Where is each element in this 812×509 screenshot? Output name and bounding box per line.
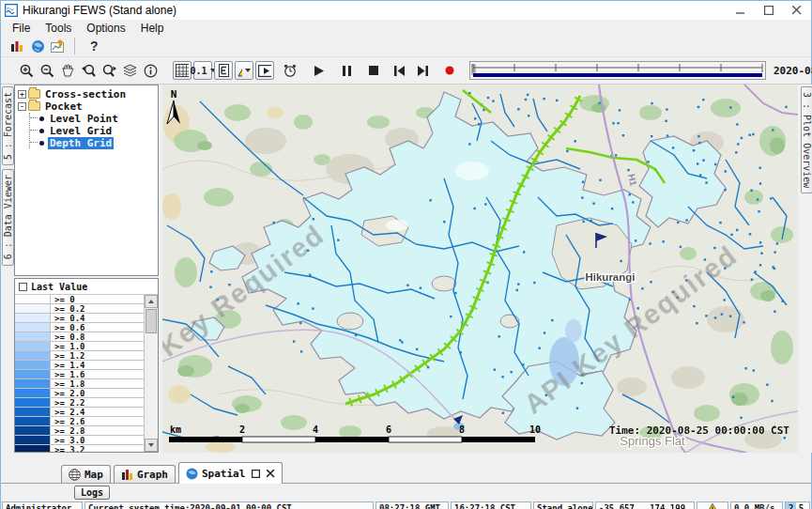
close-panel-icon[interactable] (267, 470, 275, 478)
tree-node-label[interactable]: Level Grid (48, 125, 114, 137)
warning-threshold-dropdown[interactable] (235, 61, 253, 80)
zoom-previous-button[interactable] (79, 60, 98, 81)
legend-panel: Last Value >= 0 >= 0.2 >= 0.4 >= 0.6 >= … (14, 278, 159, 453)
tree-node-label-selected[interactable]: Depth Grid (48, 137, 114, 149)
legend-table: >= 0 >= 0.2 >= 0.4 >= 0.6 >= 0.8 >= 1.0 … (15, 295, 144, 452)
svg-text:10: 10 (529, 424, 541, 435)
menu-file[interactable]: File (5, 22, 38, 35)
record-button[interactable] (440, 60, 459, 81)
tree-node-cross-section[interactable]: + Cross-section (18, 88, 158, 100)
skip-start-button[interactable] (390, 60, 408, 81)
legend-swatch (15, 304, 51, 313)
zoom-in-button[interactable] (17, 60, 36, 81)
legend-label: >= 2.6 (51, 417, 144, 425)
tab-map[interactable]: Map (61, 465, 111, 483)
skip-end-button[interactable] (413, 60, 432, 81)
scroll-down-icon[interactable] (145, 439, 158, 452)
status-memory: 2.5 GB (785, 501, 810, 509)
help-button[interactable]: ? (90, 39, 99, 54)
svg-text:4: 4 (313, 424, 318, 435)
tab-graph[interactable]: Graph (114, 465, 176, 483)
zoom-next-button[interactable] (100, 60, 118, 81)
map-canvas[interactable]: N km 2 4 6 8 10 (162, 85, 798, 453)
tab-forecast[interactable]: 5 : Forecast (2, 86, 14, 165)
legend-row: >= 0.8 (15, 332, 144, 342)
tab-spatial[interactable]: Spatial (178, 462, 283, 484)
app-window: Hikurangi FEWS (Stand alone) File Tools … (0, 0, 812, 509)
restore-panel-icon[interactable] (252, 470, 260, 478)
close-button[interactable] (783, 2, 811, 19)
map-view[interactable]: N km 2 4 6 8 10 (162, 85, 798, 453)
legend-label: >= 1.6 (51, 370, 144, 378)
legend-swatch (15, 314, 51, 322)
legend-label: >= 0.6 (51, 323, 144, 332)
menu-help[interactable]: Help (133, 22, 172, 35)
tab-plot-overview[interactable]: 3 : Plot Overview (801, 86, 812, 193)
legend-label: >= 0.4 (51, 314, 144, 322)
grid-display-button[interactable] (173, 61, 192, 80)
legend-row: >= 0 (15, 295, 144, 304)
legend-label: >= 0.2 (51, 304, 144, 313)
label-button[interactable] (214, 61, 233, 80)
chevron-down-icon (245, 69, 251, 72)
legend-row: >= 0.4 (15, 314, 144, 323)
data-viewer-panel: + Cross-section - Pocket Level Point (14, 85, 161, 453)
tree-node-depth-grid[interactable]: Depth Grid (30, 137, 158, 148)
bar-chart-icon (121, 469, 133, 480)
window-title: Hikurangi FEWS (Stand alone) (23, 4, 727, 17)
logs-button[interactable]: Logs (74, 486, 110, 500)
app-icon (5, 4, 18, 17)
info-button[interactable] (141, 60, 160, 81)
legend-row: >= 2.2 (15, 398, 144, 408)
expander-icon[interactable]: - (18, 102, 26, 111)
legend-swatch (15, 351, 51, 360)
zoom-out-button[interactable] (38, 60, 56, 81)
town-label: Hikurangi (585, 271, 635, 283)
maximize-button[interactable] (755, 2, 783, 19)
expander-icon[interactable]: + (18, 90, 26, 99)
stop-button[interactable] (364, 60, 383, 81)
timer-button[interactable] (281, 60, 299, 81)
menu-options[interactable]: Options (79, 22, 132, 35)
legend-label: >= 2.4 (51, 408, 144, 416)
globe-icon[interactable] (28, 36, 47, 56)
bottom-belt (1, 453, 811, 461)
menu-tools[interactable]: Tools (38, 22, 79, 35)
legend-swatch (15, 426, 51, 435)
play-button[interactable] (310, 60, 329, 81)
last-value-checkbox[interactable] (19, 283, 27, 291)
legend-row: >= 3.0 (15, 436, 144, 445)
timeline-slider[interactable] (469, 61, 766, 80)
minimize-button[interactable] (727, 2, 755, 19)
spatial-display-icon[interactable] (49, 36, 68, 56)
tree-node-label[interactable]: Cross-section (43, 88, 128, 100)
legend-swatch (15, 370, 51, 378)
legend-header: Last Value (15, 279, 158, 295)
tree-node-label[interactable]: Level Point (48, 113, 120, 125)
legend-row: >= 3.2 (15, 445, 144, 452)
layers-button[interactable] (120, 60, 139, 81)
scroll-thumb[interactable] (146, 309, 157, 333)
status-warning-cell[interactable] (697, 501, 728, 509)
status-coordinates: -35.657 , 174.199 (595, 501, 695, 509)
tree-node-level-grid[interactable]: Level Grid (30, 125, 158, 136)
bullet-icon (39, 129, 44, 133)
folder-icon (28, 89, 40, 99)
legend-label: >= 0 (51, 295, 144, 303)
pause-button[interactable] (337, 60, 356, 81)
scroll-up-icon[interactable] (145, 295, 158, 308)
tab-data-viewer[interactable]: 6 : Data Viewer (2, 169, 14, 265)
tree-node-pocket[interactable]: - Pocket (18, 100, 158, 112)
legend-label: >= 1.4 (51, 361, 144, 369)
pan-hand-button[interactable] (58, 60, 77, 81)
legend-scrollbar[interactable] (144, 295, 158, 452)
animation-player-button[interactable] (255, 61, 274, 80)
tree-node-label[interactable]: Pocket (43, 100, 84, 113)
bullet-icon (39, 116, 44, 121)
explorer-bars-icon[interactable] (8, 36, 26, 56)
status-system-time: Current system time:2020-09-01 00:00 CST (84, 501, 374, 509)
interval-dropdown[interactable]: 0.1 (193, 61, 212, 80)
menu-bar: File Tools Options Help (1, 20, 811, 36)
tree-node-level-point[interactable]: Level Point (30, 113, 158, 124)
legend-swatch (15, 389, 51, 397)
